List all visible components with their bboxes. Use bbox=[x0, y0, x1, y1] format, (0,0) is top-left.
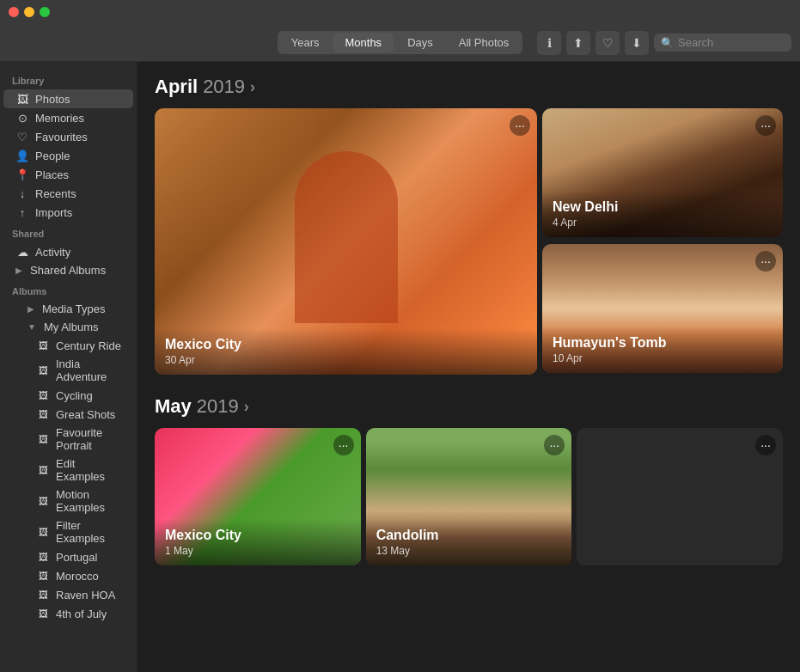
sidebar-item-memories[interactable]: ⊙ Memories bbox=[3, 108, 133, 127]
photo-card-mexico-city-may[interactable]: ··· Mexico City 1 May bbox=[155, 428, 361, 565]
info-button[interactable]: ℹ bbox=[537, 31, 561, 55]
media-types-expand-icon: ▶ bbox=[27, 304, 34, 314]
motion-examples-icon: 🖼 bbox=[36, 494, 50, 508]
may-chevron-icon: › bbox=[244, 398, 249, 416]
tab-allphotos[interactable]: All Photos bbox=[447, 33, 522, 52]
minimize-button[interactable] bbox=[24, 7, 34, 17]
sidebar: Library 🖼 Photos ⊙ Memories ♡ Favourites… bbox=[0, 62, 137, 672]
may-header[interactable]: May 2019 › bbox=[155, 395, 783, 418]
portugal-icon: 🖼 bbox=[36, 550, 50, 564]
candolim-overlay: Candolim 13 May bbox=[366, 519, 572, 565]
sidebar-item-morocco[interactable]: 🖼 Morocco bbox=[3, 566, 133, 585]
albums-section-label: Albums bbox=[0, 279, 137, 300]
sidebar-item-people-label: People bbox=[35, 150, 70, 162]
sidebar-item-shared-albums[interactable]: ▶ Shared Albums bbox=[3, 261, 133, 279]
share-button[interactable]: ⬆ bbox=[566, 31, 590, 55]
placeholder-more-btn[interactable]: ··· bbox=[755, 435, 776, 455]
tab-years[interactable]: Years bbox=[279, 33, 332, 52]
photo-card-new-delhi[interactable]: ··· New Delhi 4 Apr bbox=[542, 108, 783, 237]
maximize-button[interactable] bbox=[40, 7, 50, 17]
sidebar-item-people[interactable]: 👤 People bbox=[3, 146, 133, 165]
may-year-label: 2019 bbox=[197, 395, 239, 418]
sidebar-item-fav-portrait-label: Favourite Portrait bbox=[56, 426, 125, 452]
humayuns-tomb-date: 10 Apr bbox=[553, 352, 773, 364]
search-input[interactable] bbox=[678, 36, 785, 49]
toolbar: Years Months Days All Photos ℹ ⬆ ♡ ⬇ 🔍 bbox=[0, 24, 800, 62]
sidebar-item-cycling[interactable]: 🖼 Cycling bbox=[3, 386, 133, 405]
sidebar-item-media-types-label: Media Types bbox=[42, 302, 105, 315]
sidebar-item-recents[interactable]: ↓ Recents bbox=[3, 184, 133, 203]
april-chevron-icon: › bbox=[250, 78, 255, 96]
tab-days[interactable]: Days bbox=[395, 33, 445, 52]
sidebar-item-filter-examples[interactable]: 🖼 Filter Examples bbox=[3, 516, 133, 547]
new-delhi-more-btn[interactable]: ··· bbox=[755, 115, 776, 136]
title-bar bbox=[0, 0, 800, 24]
fav-portrait-icon: 🖼 bbox=[36, 432, 50, 446]
sidebar-item-portugal[interactable]: 🖼 Portugal bbox=[3, 547, 133, 566]
sidebar-item-places-label: Places bbox=[35, 168, 69, 181]
favourite-button[interactable]: ♡ bbox=[595, 31, 620, 55]
sidebar-item-raven-hoa-label: Raven HOA bbox=[56, 589, 115, 602]
mexico-city-april-more-btn[interactable]: ··· bbox=[510, 115, 530, 136]
filter-examples-icon: 🖼 bbox=[36, 525, 50, 539]
sidebar-item-cycling-label: Cycling bbox=[56, 389, 93, 402]
people-icon: 👤 bbox=[15, 149, 29, 162]
sidebar-item-photos-label: Photos bbox=[35, 93, 70, 106]
great-shots-icon: 🖼 bbox=[36, 407, 50, 421]
mexico-city-may-more-btn[interactable]: ··· bbox=[333, 435, 354, 455]
mexico-city-may-overlay: Mexico City 1 May bbox=[155, 519, 361, 565]
imports-icon: ↑ bbox=[15, 205, 29, 219]
my-albums-expand-icon: ▼ bbox=[27, 322, 36, 332]
may-grid: ··· Mexico City 1 May ··· Candolim 13 Ma… bbox=[155, 428, 783, 565]
april-header[interactable]: April 2019 › bbox=[155, 76, 783, 98]
4th-july-icon: 🖼 bbox=[36, 607, 50, 620]
photo-card-humayuns-tomb[interactable]: ··· Humayun's Tomb 10 Apr bbox=[542, 244, 783, 373]
sidebar-item-imports[interactable]: ↑ Imports bbox=[3, 203, 133, 222]
export-button[interactable]: ⬇ bbox=[625, 31, 649, 55]
sidebar-item-imports-label: Imports bbox=[35, 206, 72, 219]
tab-months[interactable]: Months bbox=[333, 33, 394, 52]
sidebar-item-places[interactable]: 📍 Places bbox=[3, 165, 133, 184]
sidebar-item-raven-hoa[interactable]: 🖼 Raven HOA bbox=[3, 585, 133, 604]
photo-card-candolim[interactable]: ··· Candolim 13 May bbox=[366, 428, 572, 565]
raven-hoa-icon: 🖼 bbox=[36, 588, 50, 602]
mexico-city-april-title: Mexico City bbox=[165, 337, 527, 352]
sidebar-item-motion-examples[interactable]: 🖼 Motion Examples bbox=[3, 486, 133, 516]
mexico-city-may-date: 1 May bbox=[165, 545, 351, 557]
favourites-icon: ♡ bbox=[15, 130, 29, 144]
sidebar-item-memories-label: Memories bbox=[35, 112, 84, 125]
library-section-label: Library bbox=[0, 69, 137, 89]
morocco-icon: 🖼 bbox=[36, 569, 50, 583]
sidebar-item-edit-examples[interactable]: 🖼 Edit Examples bbox=[3, 455, 133, 486]
sidebar-item-favourites-label: Favourites bbox=[35, 131, 88, 144]
sidebar-item-century-ride[interactable]: 🖼 Century Ride bbox=[3, 336, 133, 355]
century-ride-icon: 🖼 bbox=[36, 339, 50, 352]
candolim-date: 13 May bbox=[376, 545, 562, 557]
candolim-more-btn[interactable]: ··· bbox=[544, 435, 565, 455]
sidebar-item-photos[interactable]: 🖼 Photos bbox=[3, 89, 133, 108]
photo-card-placeholder[interactable]: ··· bbox=[577, 428, 783, 565]
sidebar-item-my-albums[interactable]: ▼ My Albums bbox=[3, 318, 133, 336]
sidebar-item-activity[interactable]: ☁ Activity bbox=[3, 242, 133, 261]
may-month-label: May bbox=[155, 395, 192, 418]
sidebar-item-favourites[interactable]: ♡ Favourites bbox=[3, 127, 133, 146]
search-icon: 🔍 bbox=[661, 37, 674, 49]
sidebar-item-media-types[interactable]: ▶ Media Types bbox=[3, 300, 133, 318]
sidebar-item-edit-examples-label: Edit Examples bbox=[56, 457, 125, 483]
sidebar-item-shared-albums-label: Shared Albums bbox=[30, 264, 106, 277]
expand-icon: ▶ bbox=[15, 266, 22, 275]
sidebar-item-india-adventure[interactable]: 🖼 India Adventure bbox=[3, 355, 133, 386]
humayuns-tomb-more-btn[interactable]: ··· bbox=[755, 251, 776, 272]
view-tabs: Years Months Days All Photos bbox=[278, 31, 523, 54]
sidebar-item-great-shots[interactable]: 🖼 Great Shots bbox=[3, 405, 133, 424]
activity-icon: ☁ bbox=[15, 245, 29, 259]
india-adventure-icon: 🖼 bbox=[36, 363, 50, 377]
april-grid: ··· Mexico City 30 Apr ··· New Delhi 4 A… bbox=[155, 108, 783, 375]
photo-card-mexico-city-april[interactable]: ··· Mexico City 30 Apr bbox=[155, 108, 537, 375]
humayuns-tomb-title: Humayun's Tomb bbox=[553, 335, 773, 351]
close-button[interactable] bbox=[9, 7, 19, 17]
search-box[interactable]: 🔍 bbox=[654, 34, 791, 52]
sidebar-item-4th-of-july[interactable]: 🖼 4th of July bbox=[3, 604, 133, 623]
sidebar-item-favourite-portrait[interactable]: 🖼 Favourite Portrait bbox=[3, 424, 133, 455]
sidebar-item-my-albums-label: My Albums bbox=[44, 321, 99, 333]
